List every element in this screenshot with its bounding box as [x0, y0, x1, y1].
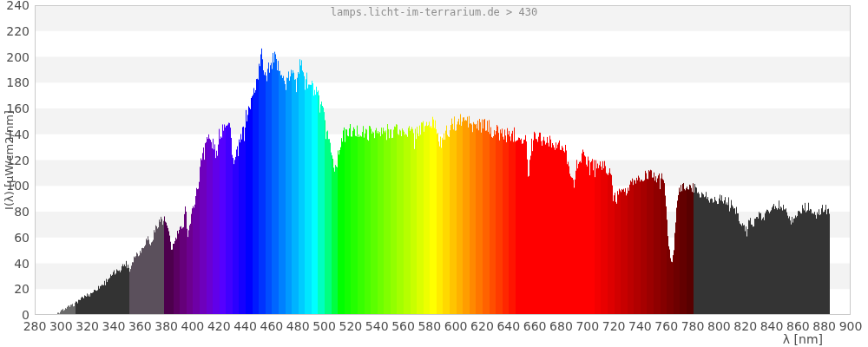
y-tick-label: 140 — [0, 128, 30, 141]
y-tick-label: 60 — [0, 231, 30, 245]
y-tick-label: 0 — [0, 308, 30, 322]
spectrum-chart: lamps.licht-im-terrarium.de > 430 I(λ) [… — [0, 0, 868, 347]
spectrum-plot-canvas — [0, 0, 868, 347]
x-tick-label: 900 — [832, 319, 868, 333]
y-tick-label: 160 — [0, 101, 30, 115]
x-axis-label: λ [nm] — [783, 332, 823, 346]
chart-title: lamps.licht-im-terrarium.de > 430 — [0, 6, 868, 18]
y-tick-label: 180 — [0, 75, 30, 89]
y-tick-label: 80 — [0, 205, 30, 219]
y-tick-label: 220 — [0, 24, 30, 38]
y-tick-label: 200 — [0, 50, 30, 64]
y-tick-label: 40 — [0, 257, 30, 271]
y-tick-label: 240 — [0, 0, 30, 12]
y-tick-label: 100 — [0, 179, 30, 193]
y-tick-label: 20 — [0, 282, 30, 296]
y-tick-label: 120 — [0, 154, 30, 167]
